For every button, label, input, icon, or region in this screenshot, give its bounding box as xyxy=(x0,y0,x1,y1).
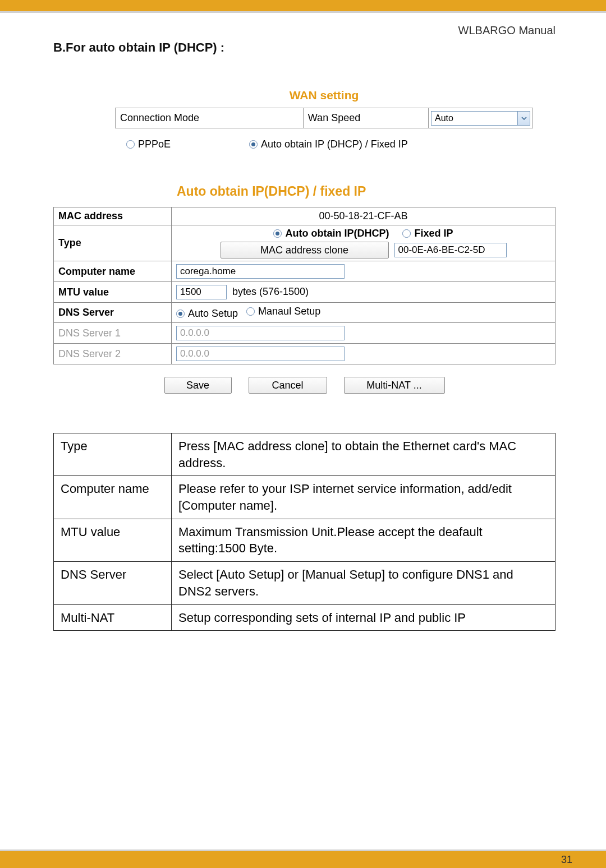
footer-bar: 31 xyxy=(0,851,606,868)
wan-setting-table: Connection Mode Wan Speed Auto xyxy=(115,108,533,128)
multi-nat-button[interactable]: Multi-NAT ... xyxy=(344,377,445,394)
radio-icon xyxy=(176,310,185,318)
mac-address-value: 00-50-18-21-CF-AB xyxy=(172,207,556,225)
mtu-input[interactable]: 1500 xyxy=(176,285,227,299)
desc-key: Multi-NAT xyxy=(54,604,172,631)
radio-dhcp[interactable]: Auto obtain IP (DHCP) / Fixed IP xyxy=(249,138,408,150)
auto-obtain-title: Auto obtain IP(DHCP) / fixed IP xyxy=(177,184,556,199)
section-heading: B.For auto obtain IP (DHCP) : xyxy=(53,40,556,55)
table-row: Computer namePlease refer to your ISP in… xyxy=(54,476,556,519)
type-fixed-label: Fixed IP xyxy=(414,228,453,239)
radio-icon xyxy=(249,140,258,149)
table-row: MTU valueMaximum Transmission Unit.Pleas… xyxy=(54,519,556,561)
wan-setting-title: WAN setting xyxy=(115,89,533,102)
page-number: 31 xyxy=(561,854,572,866)
radio-icon xyxy=(126,140,135,149)
desc-key: DNS Server xyxy=(54,562,172,604)
type-auto-label: Auto obtain IP(DHCP) xyxy=(285,228,389,239)
radio-icon xyxy=(246,307,255,316)
desc-val: Maximum Transmission Unit.Please accept … xyxy=(172,519,556,561)
wan-speed-select[interactable]: Auto xyxy=(431,111,530,126)
table-row: TypePress [MAC address clone] to obtain … xyxy=(54,433,556,476)
type-auto-radio[interactable]: Auto obtain IP(DHCP) xyxy=(273,228,389,239)
type-fixed-radio[interactable]: Fixed IP xyxy=(402,228,453,239)
dns1-input[interactable]: 0.0.0.0 xyxy=(176,326,345,340)
chevron-down-icon[interactable] xyxy=(517,112,530,125)
desc-val: Select [Auto Setup] or [Manual Setup] to… xyxy=(172,562,556,604)
wan-speed-label: Wan Speed xyxy=(303,108,428,128)
dns-auto-radio[interactable]: Auto Setup xyxy=(176,308,238,320)
dns2-input[interactable]: 0.0.0.0 xyxy=(176,347,345,361)
mtu-suffix: bytes (576-1500) xyxy=(232,286,309,297)
desc-val: Please refer to your ISP internet servic… xyxy=(172,476,556,519)
dns-manual-radio[interactable]: Manaul Setup xyxy=(246,306,320,317)
cancel-button[interactable]: Cancel xyxy=(249,377,327,394)
connection-mode-label: Connection Mode xyxy=(116,108,304,128)
radio-pppoe-label: PPPoE xyxy=(138,138,171,150)
manual-title: WLBARGO Manual xyxy=(53,24,556,37)
radio-icon xyxy=(273,229,282,238)
table-row: Multi-NATSetup corresponding sets of int… xyxy=(54,604,556,631)
dns-server-label: DNS Server xyxy=(54,303,172,323)
save-button[interactable]: Save xyxy=(164,377,232,394)
mtu-label: MTU value xyxy=(54,282,172,303)
wan-speed-value: Auto xyxy=(435,113,453,123)
radio-dhcp-label: Auto obtain IP (DHCP) / Fixed IP xyxy=(261,138,408,150)
desc-val: Press [MAC address clone] to obtain the … xyxy=(172,433,556,476)
mac-clone-button[interactable]: MAC address clone xyxy=(221,242,389,258)
mac-clone-input[interactable]: 00-0E-A6-BE-C2-5D xyxy=(394,243,507,257)
desc-val: Setup corresponding sets of internal IP … xyxy=(172,604,556,631)
mac-address-label: MAC address xyxy=(54,207,172,225)
dns-manual-label: Manaul Setup xyxy=(258,306,320,317)
desc-key: Computer name xyxy=(54,476,172,519)
table-row: DNS ServerSelect [Auto Setup] or [Manual… xyxy=(54,562,556,604)
computer-name-label: Computer name xyxy=(54,261,172,282)
description-table: TypePress [MAC address clone] to obtain … xyxy=(53,433,556,631)
auto-obtain-form: MAC address 00-50-18-21-CF-AB Type Auto … xyxy=(53,207,556,364)
radio-icon xyxy=(402,229,411,238)
dns2-label: DNS Server 2 xyxy=(54,344,172,364)
desc-key: MTU value xyxy=(54,519,172,561)
desc-key: Type xyxy=(54,433,172,476)
computer-name-input[interactable]: corega.home xyxy=(176,264,345,279)
top-bar xyxy=(0,0,606,11)
radio-pppoe[interactable]: PPPoE xyxy=(126,138,171,150)
type-label: Type xyxy=(54,225,172,261)
dns1-label: DNS Server 1 xyxy=(54,323,172,344)
dns-auto-label: Auto Setup xyxy=(188,308,238,320)
